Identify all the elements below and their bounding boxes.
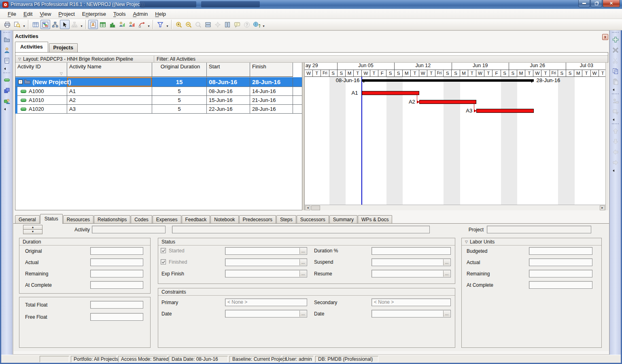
menu-tools[interactable]: Tools	[110, 10, 129, 18]
ellipsis-button[interactable]: ...	[299, 259, 306, 265]
ellipsis-button[interactable]: ...	[299, 271, 306, 277]
cell-activity-name[interactable]: A2	[67, 96, 152, 104]
comment-button[interactable]	[232, 20, 242, 29]
actual-units-input[interactable]	[529, 258, 592, 266]
duration-percent-input[interactable]	[372, 247, 451, 255]
wbs-boxes-button[interactable]	[2, 86, 12, 95]
activity-network-button[interactable]	[50, 20, 60, 29]
table-row-a1020[interactable]: A1020A3522-Jun-1628-Jun-16	[15, 105, 302, 114]
layout-selector[interactable]: ▽ Layout: PADPCP3 - HNH Brige Relocation…	[15, 56, 154, 62]
original-duration-input[interactable]	[90, 247, 143, 255]
collapse-arrow-icon[interactable]	[610, 87, 621, 92]
detail-tab-steps[interactable]: Steps	[276, 215, 296, 224]
collapse-minus-icon[interactable]: −	[18, 80, 23, 84]
resource-table-button[interactable]	[98, 20, 108, 29]
ellipsis-button[interactable]: ...	[443, 259, 450, 265]
gantt-chart-button[interactable]	[40, 20, 50, 29]
activity-details-button[interactable]: A	[88, 20, 98, 29]
help-button[interactable]: ?	[242, 20, 252, 29]
copy-pages-button[interactable]	[611, 66, 620, 76]
split-vertical-button[interactable]	[223, 20, 232, 29]
primary-constraint-select[interactable]: < None >	[225, 298, 307, 306]
cell-finish[interactable]: 14-Jun-16	[250, 87, 293, 95]
projects-folder-button[interactable]	[2, 35, 12, 44]
menu-enterprise[interactable]: Enterprise	[79, 10, 110, 18]
role-assign-button[interactable]	[611, 107, 620, 116]
filter-selector[interactable]: Filter: All Activities	[154, 56, 195, 62]
detail-tab-predecessors[interactable]: Predecessors	[239, 215, 276, 224]
free-float-input[interactable]	[90, 313, 143, 321]
cell-original-duration[interactable]: 5	[152, 105, 207, 113]
activities-bar-button[interactable]	[2, 75, 12, 85]
zoom-100-button[interactable]	[193, 20, 203, 29]
column-header-original-duration[interactable]: Original Duration	[152, 63, 207, 76]
paste-clipboard-button[interactable]	[611, 77, 620, 87]
help-online-button[interactable]: ?	[252, 20, 261, 29]
zoom-in-button[interactable]	[174, 20, 184, 29]
cell-start[interactable]: 08-Jun-16	[207, 77, 250, 87]
cell-start[interactable]: 22-Jun-16	[207, 105, 250, 113]
scroll-right-arrow[interactable]: ►	[600, 205, 605, 210]
column-header-start[interactable]: Start	[207, 63, 250, 76]
cell-activity-id[interactable]: A1020	[15, 105, 67, 113]
detail-tab-relationships[interactable]: Relationships	[94, 215, 130, 224]
detail-tab-resources[interactable]: Resources	[63, 215, 93, 224]
toolbar-more-arrow[interactable]: ▾	[146, 20, 151, 29]
finished-checkbox[interactable]	[161, 259, 166, 265]
next-record-button[interactable]: ▼	[23, 229, 42, 234]
cell-start[interactable]: 15-Jun-16	[207, 96, 250, 104]
cell-original-duration[interactable]: 5	[152, 96, 207, 104]
collapse-arrow-icon[interactable]	[610, 168, 621, 173]
trace-logic-button[interactable]	[70, 20, 79, 29]
detail-tab-status[interactable]: Status	[40, 214, 63, 224]
finished-date-input[interactable]: ...	[225, 258, 307, 266]
collapse-arrow-icon[interactable]	[610, 117, 621, 122]
detail-tab-notebook[interactable]: Notebook	[210, 215, 238, 224]
cell-start[interactable]: 08-Jun-16	[207, 87, 250, 95]
total-float-input[interactable]	[90, 301, 143, 309]
resources-assign-button[interactable]	[611, 96, 620, 106]
table-gantt-splitter[interactable]	[302, 63, 305, 210]
collapse-arrow-icon[interactable]	[1, 107, 12, 112]
chevron-down-icon[interactable]: ▽	[465, 240, 468, 244]
toolbar-more-arrow[interactable]: ▾	[261, 20, 266, 29]
zoom-out-button[interactable]	[184, 20, 193, 29]
menu-edit[interactable]: Edit	[20, 10, 36, 18]
detail-tab-codes[interactable]: Codes	[131, 215, 152, 224]
exp-finish-input[interactable]: ...	[225, 270, 307, 277]
reorganize-button[interactable]	[137, 20, 146, 29]
bar-chart-button[interactable]	[108, 20, 117, 29]
started-date-input[interactable]: ...	[225, 247, 307, 255]
remaining-units-input[interactable]	[529, 270, 592, 277]
rail-grip[interactable]	[3, 32, 10, 34]
obs-user-button[interactable]	[2, 96, 12, 106]
toolbar-more-arrow[interactable]: ▾	[165, 20, 170, 29]
detail-tab-general[interactable]: General	[15, 215, 40, 224]
detail-tab-feedback[interactable]: Feedback	[182, 215, 210, 224]
column-header-finish[interactable]: Finish	[250, 63, 293, 76]
restore-button[interactable]	[590, 0, 602, 7]
move-left-button[interactable]	[611, 147, 620, 157]
gantt-bar-a1[interactable]	[362, 91, 419, 95]
ellipsis-button[interactable]: ...	[299, 311, 306, 317]
menu-project[interactable]: Project	[55, 10, 78, 18]
cell-activity-name[interactable]: A1	[67, 87, 152, 95]
cell-finish[interactable]: 28-Jun-16	[250, 77, 293, 87]
delete-x-button[interactable]	[611, 45, 620, 55]
table-row-a1010[interactable]: A1010A2515-Jun-1621-Jun-16	[15, 96, 302, 105]
rail-grip[interactable]	[612, 32, 619, 34]
table-row-project[interactable]: −(New Project)1508-Jun-1628-Jun-16	[15, 77, 302, 87]
filter-button[interactable]	[155, 20, 165, 29]
activity-id-field[interactable]	[92, 226, 166, 233]
detail-tab-summary[interactable]: Summary	[329, 215, 357, 224]
detail-tab-successors[interactable]: Successors	[297, 215, 329, 224]
toolbar-more-arrow[interactable]: ▾	[22, 20, 26, 29]
at-complete-units-input[interactable]	[529, 281, 592, 289]
secondary-date-input[interactable]: ...	[372, 310, 451, 317]
resources-user-button[interactable]	[2, 45, 12, 55]
remaining-duration-input[interactable]	[90, 270, 143, 277]
columns-button[interactable]	[31, 20, 40, 29]
started-checkbox[interactable]	[161, 248, 166, 253]
activity-usage-profile-button[interactable]	[117, 20, 127, 29]
at-complete-duration-input[interactable]	[90, 281, 143, 289]
